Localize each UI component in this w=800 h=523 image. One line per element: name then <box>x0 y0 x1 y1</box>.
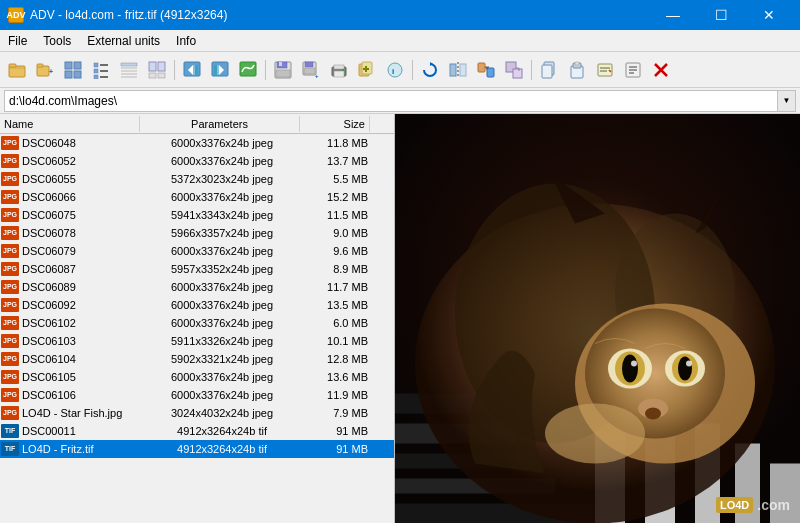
minimize-button[interactable]: — <box>650 0 696 30</box>
file-row[interactable]: JPGLO4D - Star Fish.jpg3024x4032x24b jpe… <box>0 404 394 422</box>
paste-button[interactable] <box>564 57 590 83</box>
large-icons-button[interactable] <box>144 57 170 83</box>
watermark-text: .com <box>757 497 790 513</box>
save-as-button[interactable]: + <box>298 57 324 83</box>
svg-rect-48 <box>363 68 369 70</box>
menu-external-units[interactable]: External units <box>79 30 168 51</box>
menu-tools[interactable]: Tools <box>35 30 79 51</box>
convert-button[interactable] <box>473 57 499 83</box>
prev-image-button[interactable] <box>179 57 205 83</box>
address-dropdown[interactable]: ▼ <box>778 90 796 112</box>
batch-button[interactable] <box>354 57 380 83</box>
file-params: 6000x3376x24b jpeg <box>142 245 302 257</box>
svg-rect-43 <box>334 71 344 77</box>
file-list[interactable]: JPGDSC060486000x3376x24b jpeg11.8 MBJPGD… <box>0 134 394 523</box>
file-name: LO4D - Fritz.tif <box>20 443 142 455</box>
file-name: DSC06066 <box>20 191 142 203</box>
sep-3 <box>412 60 413 80</box>
new-folder-button[interactable]: + <box>32 57 58 83</box>
file-row[interactable]: JPGDSC060875957x3352x24b jpeg8.9 MB <box>0 260 394 278</box>
sep-1 <box>174 60 175 80</box>
title-bar-left: ADV ADV - lo4d.com - fritz.tif (4912x326… <box>8 7 227 23</box>
maximize-button[interactable]: ☐ <box>698 0 744 30</box>
file-params: 3024x4032x24b jpeg <box>142 407 302 419</box>
svg-rect-11 <box>94 69 98 73</box>
copy-button[interactable] <box>536 57 562 83</box>
svg-rect-59 <box>513 69 522 78</box>
app-icon: ADV <box>8 7 24 23</box>
svg-rect-13 <box>94 75 98 79</box>
thumbnail-view-button[interactable] <box>60 57 86 83</box>
watermark-logo: LO4D <box>716 497 753 513</box>
menu-file[interactable]: File <box>0 30 35 51</box>
jpeg-icon: JPG <box>1 208 19 222</box>
svg-rect-56 <box>487 68 494 77</box>
file-params: 5372x3023x24b jpeg <box>142 173 302 185</box>
file-size: 13.6 MB <box>302 371 372 383</box>
svg-rect-15 <box>121 63 137 66</box>
svg-rect-30 <box>217 65 219 75</box>
file-row[interactable]: JPGDSC060785966x3357x24b jpeg9.0 MB <box>0 224 394 242</box>
adjust-button[interactable] <box>235 57 261 83</box>
delete-button[interactable] <box>648 57 674 83</box>
file-row[interactable]: JPGDSC061035911x3326x24b jpeg10.1 MB <box>0 332 394 350</box>
file-row[interactable]: JPGDSC060796000x3376x24b jpeg9.6 MB <box>0 242 394 260</box>
file-row[interactable]: JPGDSC060755941x3343x24b jpeg11.5 MB <box>0 206 394 224</box>
exif-button[interactable]: i <box>382 57 408 83</box>
sep-2 <box>265 60 266 80</box>
resize-button[interactable] <box>501 57 527 83</box>
file-row[interactable]: JPGDSC061066000x3376x24b jpeg11.9 MB <box>0 386 394 404</box>
file-row[interactable]: JPGDSC060896000x3376x24b jpeg11.7 MB <box>0 278 394 296</box>
rotate-button[interactable] <box>417 57 443 83</box>
file-row[interactable]: JPGDSC060526000x3376x24b jpeg13.7 MB <box>0 152 394 170</box>
file-name: DSC06106 <box>20 389 142 401</box>
file-size: 6.0 MB <box>302 317 372 329</box>
file-params: 5957x3352x24b jpeg <box>142 263 302 275</box>
col-header-size[interactable]: Size <box>300 116 370 132</box>
file-row[interactable]: JPGDSC061026000x3376x24b jpeg6.0 MB <box>0 314 394 332</box>
jpeg-icon: JPG <box>1 136 19 150</box>
svg-rect-20 <box>149 62 156 71</box>
address-input[interactable] <box>4 90 778 112</box>
file-size: 8.9 MB <box>302 263 372 275</box>
rename-button[interactable] <box>592 57 618 83</box>
svg-rect-63 <box>542 65 552 78</box>
mirror-button[interactable] <box>445 57 471 83</box>
svg-rect-22 <box>149 73 156 78</box>
jpeg-icon: JPG <box>1 352 19 366</box>
save-button[interactable] <box>270 57 296 83</box>
file-size: 11.5 MB <box>302 209 372 221</box>
svg-rect-27 <box>195 65 198 75</box>
file-name: DSC06079 <box>20 245 142 257</box>
jpeg-icon: JPG <box>1 262 19 276</box>
col-header-name[interactable]: Name <box>0 116 140 132</box>
file-row[interactable]: JPGDSC060555372x3023x24b jpeg5.5 MB <box>0 170 394 188</box>
file-row[interactable]: JPGDSC060926000x3376x24b jpeg13.5 MB <box>0 296 394 314</box>
svg-rect-1 <box>9 64 16 67</box>
file-params: 6000x3376x24b jpeg <box>142 389 302 401</box>
properties-button[interactable] <box>620 57 646 83</box>
open-folder-button[interactable] <box>4 57 30 83</box>
file-row[interactable]: JPGDSC060666000x3376x24b jpeg15.2 MB <box>0 188 394 206</box>
file-size: 7.9 MB <box>302 407 372 419</box>
close-button[interactable]: ✕ <box>746 0 792 30</box>
file-size: 91 MB <box>302 443 372 455</box>
file-row[interactable]: TIFDSC000114912x3264x24b tif91 MB <box>0 422 394 440</box>
file-row[interactable]: JPGDSC061045902x3321x24b jpeg12.8 MB <box>0 350 394 368</box>
print-button[interactable] <box>326 57 352 83</box>
file-row[interactable]: JPGDSC061056000x3376x24b jpeg13.6 MB <box>0 368 394 386</box>
svg-rect-55 <box>478 63 485 72</box>
file-params: 6000x3376x24b jpeg <box>142 371 302 383</box>
file-row[interactable]: JPGDSC060486000x3376x24b jpeg11.8 MB <box>0 134 394 152</box>
col-header-params[interactable]: Parameters <box>140 116 300 132</box>
details-view-button[interactable] <box>116 57 142 83</box>
file-size: 15.2 MB <box>302 191 372 203</box>
file-name: DSC06075 <box>20 209 142 221</box>
list-view-button[interactable] <box>88 57 114 83</box>
svg-rect-39 <box>304 68 315 74</box>
svg-rect-8 <box>74 71 81 78</box>
next-image-button[interactable] <box>207 57 233 83</box>
jpeg-icon: JPG <box>1 154 19 168</box>
file-row[interactable]: TIFLO4D - Fritz.tif4912x3264x24b tif91 M… <box>0 440 394 458</box>
menu-info[interactable]: Info <box>168 30 204 51</box>
